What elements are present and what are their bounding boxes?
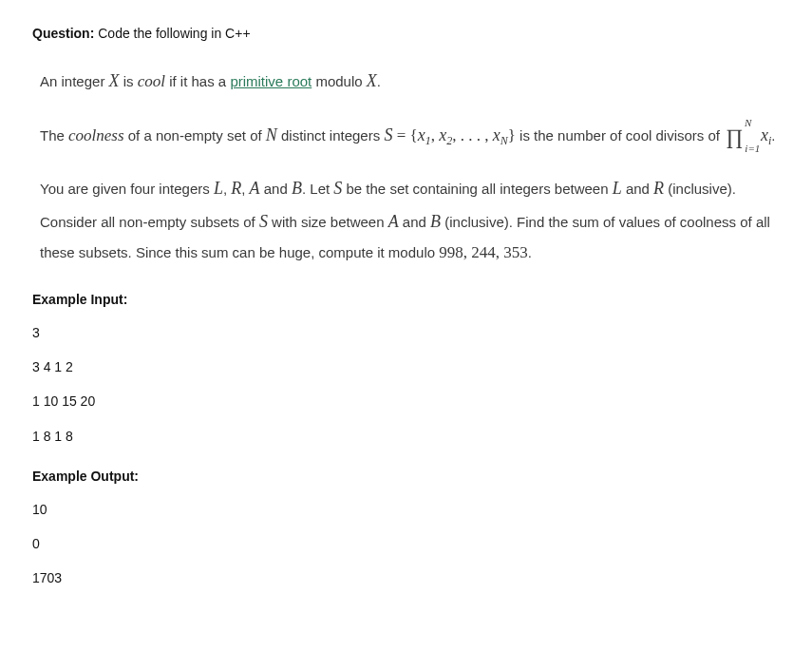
text: be the set containing all integers betwe…: [342, 181, 612, 197]
text: is the number of cool divisors of: [519, 127, 724, 144]
text: .: [771, 127, 775, 144]
math-R: R: [231, 179, 241, 198]
text: of a non-empty set of: [124, 127, 266, 144]
term-coolness: coolness: [68, 126, 124, 144]
output-line: 0: [32, 533, 780, 554]
question-text: Code the following in C++: [98, 26, 250, 41]
math-sub: N: [500, 134, 508, 147]
text: . Let: [302, 181, 333, 197]
paragraph-1: An integer X is cool if it has a primiti…: [40, 65, 780, 97]
text: You are given four integers: [40, 181, 214, 197]
text: ,: [431, 126, 440, 144]
input-line: 3 4 1 2: [32, 356, 780, 377]
text: , . . . ,: [452, 126, 493, 144]
text: .: [377, 73, 381, 89]
text: ,: [223, 181, 231, 197]
input-line: 1 8 1 8: [32, 426, 780, 447]
math-X: X: [367, 71, 377, 90]
math-A: A: [250, 179, 260, 198]
question-label: Question:: [32, 26, 94, 41]
prod-lower: i=1: [745, 144, 760, 154]
problem-statement: An integer X is cool if it has a primiti…: [32, 65, 780, 268]
math-xi: x: [761, 125, 768, 144]
text: }: [508, 126, 519, 144]
prod-upper: N: [745, 118, 751, 128]
input-line: 1 10 15 20: [32, 391, 780, 412]
example-output-label: Example Output:: [32, 466, 780, 487]
text: if it has a: [165, 73, 230, 89]
primitive-root-link[interactable]: primitive root: [230, 73, 312, 89]
math-S: S: [333, 179, 342, 198]
term-cool: cool: [138, 72, 165, 90]
math-B: B: [430, 212, 441, 231]
text: .: [528, 244, 532, 260]
math-S: S: [259, 212, 268, 231]
text: and: [399, 214, 430, 230]
text: The: [40, 127, 68, 144]
text: and: [622, 181, 653, 197]
math-x2: x: [439, 125, 446, 144]
paragraph-2: The coolness of a non-empty set of N dis…: [40, 119, 780, 152]
math-N: N: [266, 125, 277, 144]
question-line: Question: Code the following in C++: [32, 23, 780, 44]
text: = {: [392, 126, 417, 144]
example-input-label: Example Input:: [32, 289, 780, 310]
text: ,: [241, 181, 249, 197]
math-B: B: [292, 179, 302, 198]
math-xN: x: [493, 125, 500, 144]
math-x1: x: [418, 125, 425, 144]
math-L: L: [214, 179, 223, 198]
math-X: X: [109, 71, 120, 90]
math-L: L: [613, 179, 622, 198]
text: modulo: [312, 73, 367, 89]
output-line: 10: [32, 499, 780, 520]
text: is: [120, 73, 138, 89]
input-line: 3: [32, 322, 780, 343]
output-line: 1703: [32, 567, 780, 588]
text: and: [260, 181, 292, 197]
text: with size between: [268, 214, 388, 230]
text: distinct integers: [277, 127, 385, 144]
text: An integer: [40, 73, 109, 89]
paragraph-3: You are given four integers L, R, A and …: [40, 172, 780, 268]
math-modulus: 998, 244, 353: [439, 243, 528, 261]
math-R: R: [653, 179, 664, 198]
math-A: A: [388, 212, 399, 231]
product-symbol: ∏Ni=1: [726, 126, 743, 147]
